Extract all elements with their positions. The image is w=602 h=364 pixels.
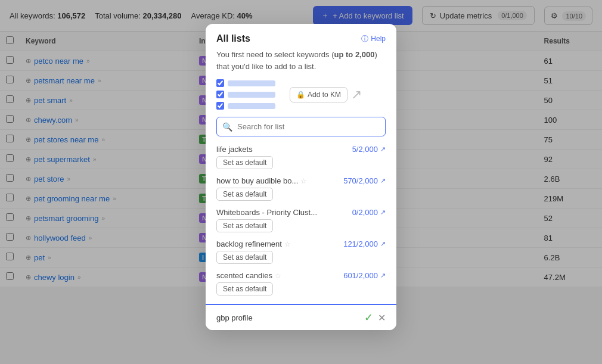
- modal-header: All lists ⓘ Help: [206, 24, 396, 49]
- list-item-header: Whiteboards - Priority Clust... 0/2,000 …: [216, 208, 386, 217]
- list-item-header: life jackets 5/2,000 ↗: [216, 145, 386, 154]
- modal-search-area: 🔍: [206, 117, 396, 141]
- new-list-input-area: ✓ ✕: [206, 304, 396, 330]
- count-text: 601/2,000: [343, 271, 378, 280]
- external-link-icon[interactable]: ↗: [380, 240, 386, 248]
- list-item-count: 5/2,000 ↗: [352, 145, 386, 154]
- kw-bar-1: [228, 80, 275, 86]
- list-name-text: scented candies: [216, 271, 272, 280]
- set-default-button[interactable]: Set as default: [216, 219, 273, 232]
- lists-scroll-area[interactable]: life jackets 5/2,000 ↗ Set as default ho…: [206, 141, 396, 304]
- list-item-name: life jackets: [216, 145, 253, 154]
- count-text: 5/2,000: [352, 145, 378, 154]
- list-item-count: 0/2,000 ↗: [352, 208, 386, 217]
- list-item-name: Whiteboards - Priority Clust...: [216, 208, 317, 217]
- count-text: 121/2,000: [343, 239, 378, 248]
- list-item-header: backlog refinement ☆ 121/2,000 ↗: [216, 239, 386, 248]
- list-item: life jackets 5/2,000 ↗ Set as default: [206, 141, 396, 173]
- list-item-name: backlog refinement ☆: [216, 239, 291, 248]
- search-input-wrap: 🔍: [216, 117, 386, 136]
- list-item-header: how to buy audible bo... ☆ 570/2,000 ↗: [216, 176, 386, 185]
- list-item-name: how to buy audible bo... ☆: [216, 176, 307, 185]
- list-item-name: scented candies ☆: [216, 271, 281, 280]
- kw-check-row-1: [216, 79, 275, 87]
- external-link-icon[interactable]: ↗: [380, 145, 386, 153]
- kw-checkbox-1[interactable]: [216, 79, 224, 87]
- list-item-count: 121/2,000 ↗: [343, 239, 386, 248]
- external-link-icon[interactable]: ↗: [380, 177, 386, 185]
- count-text: 0/2,000: [352, 208, 378, 217]
- search-icon: 🔍: [222, 122, 232, 132]
- list-name-text: life jackets: [216, 145, 253, 154]
- list-name-text: backlog refinement: [216, 239, 282, 248]
- list-item-header: scented candies ☆ 601/2,000 ↗: [216, 271, 386, 280]
- keyword-checkboxes: [216, 79, 275, 110]
- set-default-button[interactable]: Set as default: [216, 156, 273, 169]
- modal-title: All lists: [216, 33, 250, 44]
- count-text: 570/2,000: [343, 176, 378, 185]
- keyword-preview-area: 🔒 Add to KM ↗: [206, 79, 396, 117]
- info-icon: ⓘ: [361, 34, 368, 44]
- kw-check-row-2: [216, 91, 275, 98]
- kw-bar-2: [228, 92, 275, 98]
- cancel-new-list-button[interactable]: ✕: [378, 312, 386, 323]
- all-lists-modal: All lists ⓘ Help You first need to selec…: [206, 24, 396, 330]
- modal-overlay: All lists ⓘ Help You first need to selec…: [0, 0, 602, 364]
- list-item: backlog refinement ☆ 121/2,000 ↗ Set as …: [206, 236, 396, 267]
- list-item: scented candies ☆ 601/2,000 ↗ Set as def…: [206, 267, 396, 299]
- new-list-name-input[interactable]: [216, 313, 359, 322]
- external-link-icon[interactable]: ↗: [380, 272, 386, 279]
- modal-help-button[interactable]: ⓘ Help: [361, 34, 386, 44]
- set-default-button[interactable]: Set as default: [216, 251, 273, 264]
- external-link-icon[interactable]: ↗: [380, 209, 386, 216]
- list-name-text: Whiteboards - Priority Clust...: [216, 208, 317, 217]
- star-icon: ☆: [275, 272, 281, 280]
- kw-checkbox-2[interactable]: [216, 91, 224, 98]
- add-to-km-button[interactable]: 🔒 Add to KM: [290, 87, 347, 102]
- set-default-button[interactable]: Set as default: [216, 188, 273, 201]
- modal-description: You first need to select keywords (up to…: [206, 49, 396, 79]
- kw-checkbox-3[interactable]: [216, 102, 224, 110]
- list-item: how to buy audible bo... ☆ 570/2,000 ↗ S…: [206, 173, 396, 204]
- kw-bar-3: [228, 103, 275, 109]
- list-item-count: 570/2,000 ↗: [343, 176, 386, 185]
- star-icon: ☆: [300, 177, 307, 185]
- add-km-area: 🔒 Add to KM: [290, 87, 347, 102]
- list-item-count: 601/2,000 ↗: [343, 271, 386, 280]
- set-default-button[interactable]: Set as default: [216, 282, 273, 295]
- kw-check-row-3: [216, 102, 275, 110]
- list-name-text: how to buy audible bo...: [216, 176, 298, 185]
- list-item: Whiteboards - Priority Clust... 0/2,000 …: [206, 204, 396, 236]
- star-icon: ☆: [284, 240, 291, 248]
- confirm-new-list-button[interactable]: ✓: [364, 311, 373, 324]
- lock-icon: 🔒: [296, 91, 305, 99]
- search-list-input[interactable]: [216, 117, 386, 136]
- curved-arrow-icon: ↗: [351, 87, 362, 102]
